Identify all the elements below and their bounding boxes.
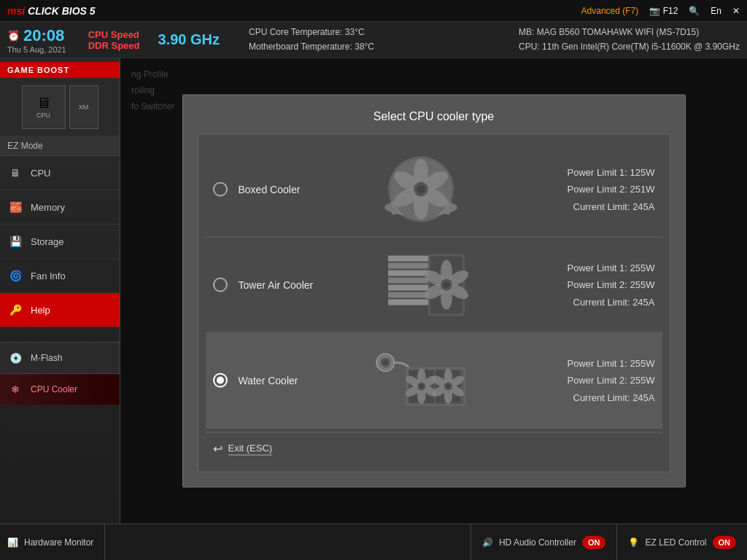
ddr-speed-label: DDR Speed <box>88 40 140 51</box>
water-cooler-name: Water Cooler <box>239 375 333 386</box>
hd-audio-item[interactable]: 🔊 HD Audio Controller ON <box>471 524 617 560</box>
sidebar-bottom-area: 💿 M-Flash ❄ CPU Cooler <box>0 342 120 405</box>
advanced-mode-label: Advanced (F7) <box>581 6 639 16</box>
cpu-icon: 🖥 <box>36 95 51 112</box>
storage-sidebar-icon: 💾 <box>7 233 23 249</box>
sidebar-cpu-label: CPU <box>31 168 50 179</box>
cpu-widget: 🖥 CPU <box>22 85 66 129</box>
tower-pl2: Power Limit 2: 255W <box>509 276 655 293</box>
tower-cooler-svg <box>374 249 468 322</box>
tower-cooler-radio[interactable] <box>213 278 228 292</box>
svg-point-34 <box>383 360 388 365</box>
memory-sidebar-icon: 🧱 <box>7 199 23 215</box>
svg-rect-20 <box>388 292 428 298</box>
boxed-cl: Current Limit: 245A <box>509 198 655 214</box>
content-area: ng Profile rolling fo Switcher Select CP… <box>120 58 747 524</box>
exit-label: Exit (ESC) <box>228 442 273 455</box>
ez-mode-label: EZ Mode <box>0 136 120 156</box>
game-boost-bar[interactable]: GAME BOOST <box>0 62 120 78</box>
exit-icon: ↩ <box>213 442 222 456</box>
close-button[interactable]: ✕ <box>732 6 740 16</box>
cpu-speed-label: CPU Speed <box>88 29 140 40</box>
help-sidebar-icon: 🔑 <box>7 302 23 318</box>
water-cooler-image <box>333 344 509 417</box>
svg-point-31 <box>443 281 450 289</box>
svg-rect-17 <box>388 271 428 276</box>
language-selector[interactable]: En <box>711 6 721 16</box>
svg-point-45 <box>419 384 425 389</box>
sidebar-help-label: Help <box>31 305 50 316</box>
dialog-exit-button[interactable]: ↩ Exit (ESC) <box>206 432 662 464</box>
dialog-inner: Boxed Cooler <box>198 134 670 472</box>
sidebar-memory-label: Memory <box>31 202 65 213</box>
boxed-pl2: Power Limit 2: 251W <box>509 181 655 198</box>
cpu-name: CPU: 11th Gen Intel(R) Core(TM) i5-11600… <box>519 40 740 54</box>
cpu-sidebar-icon: 🖥 <box>7 165 23 181</box>
svg-point-54 <box>446 384 451 389</box>
cooler-sidebar-icon: ❄ <box>7 381 23 397</box>
sidebar-item-memory[interactable]: 🧱 Memory <box>0 190 120 225</box>
boxed-cooler-svg <box>374 153 468 226</box>
boxed-cooler-name: Boxed Cooler <box>239 184 333 195</box>
fan-sidebar-icon: 🌀 <box>7 268 23 284</box>
svg-point-14 <box>417 185 425 194</box>
hd-audio-toggle[interactable]: ON <box>582 536 606 549</box>
screenshot-icon[interactable]: 📷 F12 <box>649 6 678 16</box>
sidebar-item-cpu-cooler[interactable]: ❄ CPU Cooler <box>0 373 120 405</box>
search-icon[interactable]: 🔍 <box>689 6 700 16</box>
ez-led-item[interactable]: 💡 EZ LED Control ON <box>616 524 747 560</box>
sidebar-item-fan-info[interactable]: 🌀 Fan Info <box>0 259 120 293</box>
mb-temp: Motherboard Temperature: 38°C <box>249 40 374 54</box>
taskbar-right: 🔊 HD Audio Controller ON 💡 EZ LED Contro… <box>105 524 747 560</box>
main-area: GAME BOOST 🖥 CPU XM EZ Mode 🖥 CPU 🧱 Memo… <box>0 58 747 524</box>
tower-cooler-specs: Power Limit 1: 255W Power Limit 2: 255W … <box>509 259 655 310</box>
tower-cooler-option[interactable]: Tower Air Cooler <box>206 238 662 333</box>
ez-led-icon: 💡 <box>628 537 639 548</box>
sidebar-item-storage[interactable]: 💾 Storage <box>0 225 120 259</box>
boxed-cooler-radio[interactable] <box>213 182 228 197</box>
mflash-label: M-Flash <box>31 353 62 363</box>
ez-led-toggle[interactable]: ON <box>713 536 737 549</box>
ez-led-label: EZ LED Control <box>645 537 706 548</box>
svg-rect-19 <box>388 285 428 291</box>
cpu-cooler-label: CPU Cooler <box>31 384 77 394</box>
current-date: Thu 5 Aug, 2021 <box>7 45 66 54</box>
hardware-monitor-icon: 📊 <box>7 537 18 548</box>
top-right-controls: Advanced (F7) 📷 F12 🔍 En ✕ <box>581 6 740 16</box>
svg-rect-15 <box>388 256 428 262</box>
mb-name: MB: MAG B560 TOMAHAWK WIFI (MS-7D15) <box>519 26 740 39</box>
boxed-cooler-specs: Power Limit 1: 125W Power Limit 2: 251W … <box>509 163 655 214</box>
sidebar: GAME BOOST 🖥 CPU XM EZ Mode 🖥 CPU 🧱 Memo… <box>0 58 120 524</box>
water-cooler-svg <box>374 344 468 417</box>
app-logo: msi CLICK BIOS 5 <box>7 5 96 17</box>
tower-cl: Current Limit: 245A <box>509 293 655 310</box>
cpu-thumbnail-area: 🖥 CPU XM <box>0 78 120 136</box>
cooler-type-dialog: Select CPU cooler type Boxed Cooler <box>182 95 686 488</box>
sidebar-item-m-flash[interactable]: 💿 M-Flash <box>0 342 120 373</box>
clock-block: ⏰ 20:08 Thu 5 Aug, 2021 <box>7 26 66 54</box>
temp-block: CPU Core Temperature: 33°C Motherboard T… <box>249 26 374 53</box>
boxed-cooler-option[interactable]: Boxed Cooler <box>206 142 662 238</box>
sidebar-item-cpu[interactable]: 🖥 CPU <box>0 156 120 190</box>
status-bar: ⏰ 20:08 Thu 5 Aug, 2021 CPU Speed DDR Sp… <box>0 22 747 58</box>
xmp-widget: XM <box>69 85 98 129</box>
taskbar: 📊 Hardware Monitor 🔊 HD Audio Controller… <box>0 524 747 560</box>
top-bar: msi CLICK BIOS 5 Advanced (F7) 📷 F12 🔍 E… <box>0 0 747 22</box>
water-pl1: Power Limit 1: 255W <box>509 354 655 371</box>
sidebar-storage-label: Storage <box>31 236 64 247</box>
water-pl2: Power Limit 2: 255W <box>509 372 655 389</box>
hardware-monitor-label: Hardware Monitor <box>24 537 93 548</box>
water-cooler-radio[interactable] <box>213 373 228 388</box>
hardware-monitor-button[interactable]: 📊 Hardware Monitor <box>0 524 105 560</box>
boxed-cooler-image <box>333 153 509 226</box>
water-cooler-option[interactable]: Water Cooler <box>206 333 662 429</box>
boxed-pl1: Power Limit 1: 125W <box>509 163 655 180</box>
water-cooler-specs: Power Limit 1: 255W Power Limit 2: 255W … <box>509 354 655 405</box>
cpu-speed-value: 3.90 GHz <box>158 31 220 48</box>
dialog-title: Select CPU cooler type <box>198 110 670 123</box>
system-block: MB: MAG B560 TOMAHAWK WIFI (MS-7D15) CPU… <box>519 26 740 53</box>
cpu-temp: CPU Core Temperature: 33°C <box>249 26 374 39</box>
sidebar-item-help[interactable]: 🔑 Help <box>0 293 120 327</box>
mflash-sidebar-icon: 💿 <box>7 350 23 366</box>
tower-pl1: Power Limit 1: 255W <box>509 259 655 276</box>
